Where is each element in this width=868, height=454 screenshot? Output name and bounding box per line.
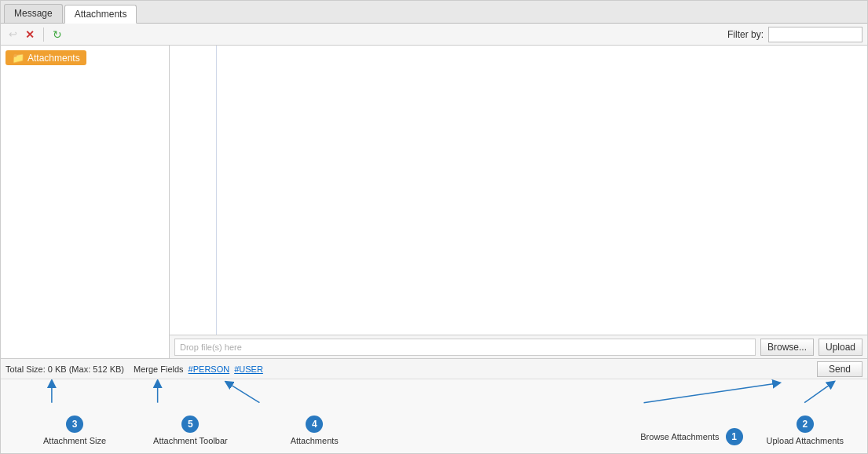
label-5: Attachment Toolbar: [153, 436, 228, 445]
merge-fields-label: Merge Fields: [134, 364, 184, 374]
upload-row: Drop file(s) here Browse... Upload: [170, 335, 867, 358]
toolbar-separator: [43, 27, 44, 42]
tree-pane: 📁 Attachments: [1, 46, 170, 358]
toolbar-icons: ↩ ✕ ↻: [5, 27, 64, 42]
tab-attachments[interactable]: Attachments: [64, 5, 137, 24]
close-icon[interactable]: ✕: [23, 27, 37, 42]
badge-2: 2: [797, 416, 814, 433]
right-pane: Drop file(s) here Browse... Upload: [170, 46, 867, 358]
merge-person-tag[interactable]: #PERSON: [189, 364, 230, 374]
filter-label: Filter by:: [727, 29, 764, 40]
browse-button[interactable]: Browse...: [760, 339, 814, 356]
annotation-area: 3 Attachment Size 5 Attachment Toolbar 4…: [1, 379, 867, 453]
bottom-row: Total Size: 0 KB (Max: 512 KB) Merge Fie…: [1, 358, 867, 379]
main-window: Message Attachments ↩ ✕ ↻ Filter by: 📁 A…: [0, 0, 868, 454]
badge-3: 3: [66, 416, 83, 433]
label-2: Upload Attachments: [767, 436, 844, 445]
label-1-text: Browse Attachments: [640, 432, 719, 441]
annotation-1: Browse Attachments 1: [640, 428, 742, 445]
tab-bar: Message Attachments: [1, 1, 867, 24]
attachment-list-pane: [170, 46, 217, 335]
badge-5: 5: [181, 416, 199, 433]
badge-1: 1: [726, 428, 743, 445]
merge-fields: Merge Fields #PERSON #USER: [134, 364, 263, 374]
annotation-3: 3 Attachment Size: [43, 416, 106, 445]
folder-icon: 📁: [12, 52, 24, 64]
filter-input[interactable]: [768, 27, 863, 42]
label-3: Attachment Size: [43, 436, 106, 445]
refresh-icon[interactable]: ↻: [50, 27, 64, 42]
annotation-4: 4 Attachments: [291, 416, 339, 445]
badge-4: 4: [306, 416, 323, 433]
label-4: Attachments: [291, 436, 339, 445]
annotations-row: 3 Attachment Size 5 Attachment Toolbar 4…: [9, 386, 859, 449]
send-button[interactable]: Send: [817, 361, 863, 377]
size-info: Total Size: 0 KB (Max: 512 KB): [5, 364, 124, 374]
annotation-5: 5 Attachment Toolbar: [153, 416, 228, 445]
folder-label: Attachments: [27, 53, 80, 64]
attachment-detail-pane: [217, 46, 867, 335]
upload-button[interactable]: Upload: [819, 339, 863, 356]
toolbar-row: ↩ ✕ ↻ Filter by:: [1, 24, 867, 46]
filter-by-section: Filter by:: [727, 27, 863, 42]
drop-placeholder: Drop file(s) here: [180, 342, 242, 352]
attachments-folder[interactable]: 📁 Attachments: [5, 50, 86, 65]
right-inner: [170, 46, 867, 335]
drop-zone[interactable]: Drop file(s) here: [174, 339, 756, 356]
content-area: 📁 Attachments Drop file(s) here Browse..…: [1, 46, 867, 358]
merge-user-tag[interactable]: #USER: [234, 364, 263, 374]
undo-icon[interactable]: ↩: [5, 27, 20, 42]
tab-message[interactable]: Message: [4, 4, 63, 23]
annotation-2: 2 Upload Attachments: [767, 416, 844, 445]
